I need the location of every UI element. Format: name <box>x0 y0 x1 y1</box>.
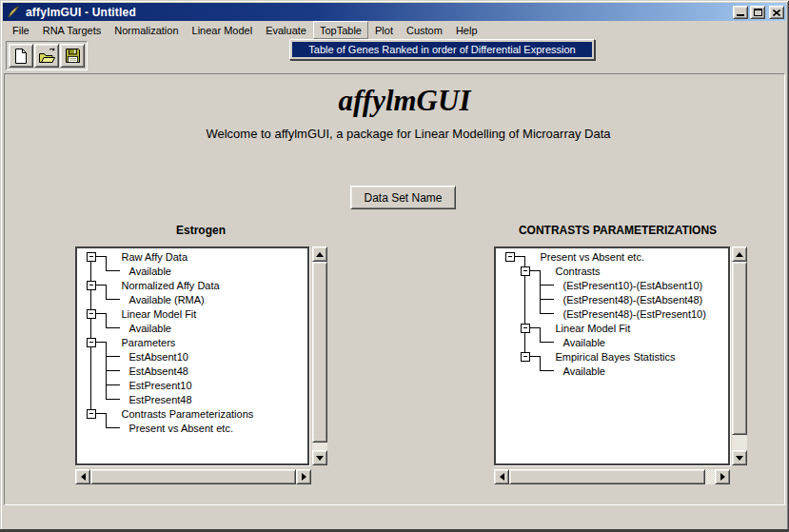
menu-item-table-of-genes[interactable]: Table of Genes Ranked in order of Differ… <box>292 42 592 57</box>
tree-item-label[interactable]: Contrasts <box>556 266 602 277</box>
menu-custom[interactable]: Custom <box>400 21 449 39</box>
up-arrow-icon <box>316 252 324 257</box>
menu-bar: File RNA Targets Normalization Linear Mo… <box>4 21 785 39</box>
menu-toptable[interactable]: TopTable <box>313 21 368 39</box>
close-button[interactable] <box>769 6 784 19</box>
right-tree-hscrollbar[interactable] <box>494 469 730 484</box>
tree-item-label[interactable]: EstPresent48 <box>129 394 192 405</box>
left-tree-vscrollbar[interactable] <box>312 246 327 465</box>
tree-item-label[interactable]: Available <box>129 323 171 334</box>
maximize-button[interactable] <box>750 6 765 19</box>
menu-linear-model[interactable]: Linear Model <box>186 21 260 39</box>
scroll-left-button[interactable] <box>75 469 90 484</box>
scrollbar-thumb[interactable] <box>312 262 327 443</box>
new-document-icon <box>13 48 29 65</box>
application-window: affylmGUI - Untitled File RNA Targets No… <box>0 0 789 532</box>
dataset-name-button[interactable]: Data Set Name <box>350 186 456 209</box>
up-arrow-icon <box>736 252 743 257</box>
scroll-down-button[interactable] <box>732 450 747 465</box>
right-arrow-icon <box>720 473 725 481</box>
save-floppy-icon <box>65 48 81 64</box>
scrollbar-thumb[interactable] <box>509 469 705 484</box>
down-arrow-icon <box>736 456 743 461</box>
tree-item-label[interactable]: Present vs Absent etc. <box>129 423 233 434</box>
open-folder-icon <box>38 48 56 65</box>
tree-item-label[interactable]: Parameters <box>122 337 176 348</box>
maximize-icon <box>754 9 762 16</box>
left-arrow-icon <box>81 473 86 481</box>
tree-item-label[interactable]: Available <box>563 365 605 377</box>
tree-item-label[interactable]: EstPresent10 <box>129 380 192 391</box>
toolbar-button-group <box>6 41 88 70</box>
tree-item-label[interactable]: Available <box>563 337 605 348</box>
scroll-up-button[interactable] <box>312 246 327 262</box>
tree-item-label[interactable]: Linear Model Fit <box>122 308 197 320</box>
right-tree-vscrollbar[interactable] <box>732 246 747 465</box>
minimize-icon <box>737 14 744 16</box>
left-tree-header: Estrogen <box>176 224 226 237</box>
tree-item-label[interactable]: (EstPresent48)-(EstPresent10) <box>563 308 706 320</box>
save-file-button[interactable] <box>60 44 85 68</box>
tree-item-label[interactable]: Normalized Affy Data <box>122 280 221 291</box>
menu-file[interactable]: File <box>6 21 36 39</box>
scroll-left-button[interactable] <box>494 469 509 484</box>
right-arrow-icon <box>302 473 306 481</box>
app-subtitle: Welcome to affylmGUI, a package for Line… <box>206 127 610 141</box>
minimize-button[interactable] <box>733 6 748 19</box>
tree-item-label[interactable]: Raw Affy Data <box>122 251 188 263</box>
close-icon <box>773 10 780 16</box>
menu-rna-targets[interactable]: RNA Targets <box>36 21 108 39</box>
toptable-dropdown-menu: Table of Genes Ranked in order of Differ… <box>289 39 595 60</box>
tree-item-label[interactable]: (EstPresent48)-(EstAbsent48) <box>563 294 703 305</box>
scroll-up-button[interactable] <box>732 246 747 262</box>
scroll-right-button[interactable] <box>715 469 730 484</box>
menu-normalization[interactable]: Normalization <box>108 21 185 39</box>
tree-item-label[interactable]: (EstPresent10)-(EstAbsent10) <box>563 280 703 291</box>
tree-item-label[interactable]: Contrasts Parameterizations <box>122 408 254 420</box>
title-bar[interactable]: affylmGUI - Untitled <box>3 3 786 21</box>
menu-evaluate[interactable]: Evaluate <box>259 21 313 39</box>
open-file-button[interactable] <box>34 44 59 68</box>
tree-item-label[interactable]: Linear Model Fit <box>556 323 631 334</box>
tree-item-label[interactable]: Present vs Absent etc. <box>541 251 644 263</box>
new-file-button[interactable] <box>9 44 33 68</box>
left-tree-hscrollbar[interactable] <box>75 469 311 484</box>
window-title: affylmGUI - Untitled <box>26 6 733 19</box>
down-arrow-icon <box>316 456 324 461</box>
estrogen-tree[interactable]: Raw Affy DataAvailableNormalized Affy Da… <box>75 246 309 465</box>
main-canvas: affylmGUI Welcome to affylmGUI, a packag… <box>4 73 785 505</box>
contrasts-tree[interactable]: Present vs Absent etc.Contrasts(EstPrese… <box>494 246 730 465</box>
left-arrow-icon <box>500 473 504 481</box>
feather-icon <box>7 5 21 19</box>
tree-item-label[interactable]: Available <box>129 266 171 277</box>
menu-help[interactable]: Help <box>449 21 484 39</box>
scrollbar-thumb[interactable] <box>732 262 747 435</box>
right-tree-header: CONTRASTS PARAMETERIZATIONS <box>519 224 717 237</box>
scrollbar-thumb[interactable] <box>90 469 296 484</box>
tree-item-label[interactable]: EstAbsent10 <box>129 351 188 363</box>
tree-item-label[interactable]: Empirical Bayes Statistics <box>556 351 676 363</box>
menu-plot[interactable]: Plot <box>368 21 400 39</box>
scroll-down-button[interactable] <box>312 450 327 465</box>
scroll-right-button[interactable] <box>296 469 311 484</box>
app-title: affylmGUI <box>339 84 471 118</box>
tree-item-label[interactable]: Available (RMA) <box>129 294 205 305</box>
tree-item-label[interactable]: EstAbsent48 <box>129 365 188 377</box>
